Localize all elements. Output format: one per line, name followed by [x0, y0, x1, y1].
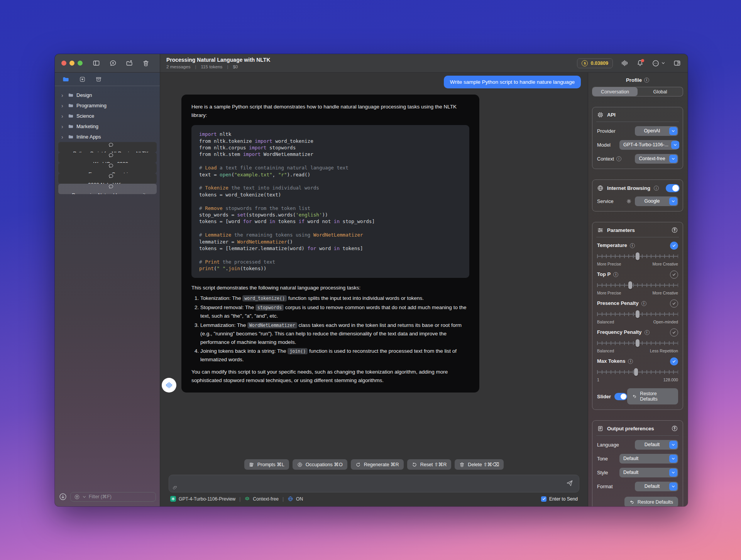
max-tokens-slider[interactable]: [597, 368, 678, 376]
slider-thumb[interactable]: [628, 281, 632, 289]
notifications-bell-icon[interactable]: [636, 59, 644, 67]
info-icon[interactable]: [630, 243, 635, 248]
param-label: Max Tokens: [597, 358, 625, 365]
info-icon[interactable]: [654, 186, 659, 191]
top-p-enabled-check-icon[interactable]: [670, 271, 678, 279]
cost-badge[interactable]: 0.03809: [577, 58, 613, 68]
voice-waveform-icon[interactable]: [621, 59, 628, 67]
share-up-icon[interactable]: [671, 227, 678, 233]
top-p-slider[interactable]: [597, 281, 678, 289]
restore-defaults-button[interactable]: Restore Defaults: [624, 497, 678, 506]
sidebar-folder-marketing[interactable]: Marketing: [58, 121, 157, 132]
button-label: Delete ⇧⌘⌫: [468, 462, 499, 467]
browsing-indicator[interactable]: ON: [288, 496, 303, 502]
tab-conversation[interactable]: Conversation: [592, 87, 638, 96]
output-rows: LanguageDefaultToneDefaultStyleDefaultFo…: [597, 440, 678, 491]
more-options-button[interactable]: [652, 59, 665, 67]
sidebar-folder-design[interactable]: Design: [58, 90, 157, 100]
sidebar-folder-science[interactable]: Science: [58, 111, 157, 121]
enter-to-send-checkbox[interactable]: [541, 496, 546, 502]
slider-thumb[interactable]: [636, 252, 639, 260]
info-icon[interactable]: [628, 359, 633, 364]
context-mode: Context-free: [253, 496, 279, 502]
send-icon[interactable]: [566, 479, 574, 487]
folder-label: Inline Apps: [76, 134, 101, 140]
button-label: Regenerate ⌘R: [364, 462, 399, 467]
filter-input[interactable]: Filter (⌘F): [70, 492, 156, 502]
slider-thumb[interactable]: [634, 368, 638, 376]
row-label: Provider: [597, 128, 616, 134]
trash-button[interactable]: Delete ⇧⌘⌫: [455, 459, 504, 470]
slider-toggle[interactable]: [614, 393, 627, 400]
frequency-penalty-enabled-check-icon[interactable]: [670, 328, 678, 337]
folder-icon: [68, 134, 74, 140]
temperature-enabled-check-icon[interactable]: [670, 242, 678, 250]
tone-dropdown[interactable]: Default: [619, 454, 678, 464]
slider-max-label: 128.000: [663, 377, 678, 382]
temperature-slider[interactable]: [597, 252, 678, 260]
zoom-window-button[interactable]: [78, 61, 83, 66]
info-icon[interactable]: [644, 78, 649, 83]
info-icon[interactable]: [645, 330, 650, 335]
model-indicator[interactable]: GPT-4-Turbo-1106-Preview: [170, 496, 235, 502]
language-dropdown[interactable]: Default: [635, 440, 678, 450]
chat-bubble-icon: [108, 163, 114, 169]
max-tokens-enabled-check-icon[interactable]: [670, 357, 678, 365]
info-icon[interactable]: [616, 156, 621, 161]
delete-chat-icon[interactable]: [142, 60, 149, 67]
attachment-paperclip-icon[interactable]: [173, 485, 178, 490]
internet-browsing-toggle[interactable]: [666, 184, 680, 192]
folder-icon: [68, 92, 74, 98]
presence-penalty-slider[interactable]: [597, 310, 678, 318]
prompts-button[interactable]: Prompts ⌘L: [244, 459, 289, 470]
sidebar-folder-inline-apps[interactable]: Inline Apps: [58, 132, 157, 142]
reset-button[interactable]: Reset ⇧⌘R: [407, 459, 452, 470]
output-row-language: LanguageDefault: [597, 440, 678, 450]
share-up-icon[interactable]: [671, 425, 678, 432]
sidebar-chat-processing-natural-language-wit[interactable]: Processing Natural Language wit...: [58, 184, 157, 194]
slider-thumb[interactable]: [636, 310, 639, 318]
restore-defaults-button[interactable]: Restore Defaults: [627, 388, 678, 404]
sidebar-chat-python-script-for-nlp-using-nltk[interactable]: Python Script for NLP using NLTK: [58, 142, 157, 152]
model-dropdown[interactable]: GPT-4-Turbo-1106-...: [619, 140, 678, 150]
archive-tab-icon[interactable]: [95, 76, 102, 83]
user-message[interactable]: Write sample Python script to handle nat…: [444, 76, 581, 88]
gear-icon[interactable]: [626, 198, 632, 204]
info-icon[interactable]: [641, 301, 646, 306]
toggle-sidebar-icon[interactable]: [93, 59, 100, 67]
assistant-avatar: [162, 378, 176, 393]
provider-dropdown[interactable]: OpenAI: [635, 126, 678, 136]
sidebar-folder-programming[interactable]: Programming: [58, 100, 157, 111]
context-dropdown[interactable]: Context-free: [635, 154, 678, 164]
chevron-down-icon: [669, 441, 677, 449]
close-window-button[interactable]: [61, 61, 66, 66]
context-indicator[interactable]: Context-free: [244, 496, 279, 502]
code-block[interactable]: import nltk from nltk.tokenize import wo…: [191, 125, 469, 278]
message-input[interactable]: [169, 475, 579, 492]
sidebar-chat-european-countries[interactable]: European Countries: [58, 163, 157, 173]
chat-label: Processing Natural Language wit...: [72, 192, 150, 194]
person-button[interactable]: Occupations ⌘O: [293, 459, 347, 470]
service-dropdown[interactable]: Google: [635, 196, 678, 206]
chevron-down-icon: [669, 482, 677, 491]
sidebar-chat-2023-nobel-winners[interactable]: 2023 Nobel Winners: [58, 173, 157, 184]
format-dropdown[interactable]: Default: [635, 482, 678, 491]
presence-penalty-enabled-check-icon[interactable]: [670, 299, 678, 308]
style-dropdown[interactable]: Default: [619, 468, 678, 477]
favorites-tab-icon[interactable]: [79, 76, 86, 83]
info-icon[interactable]: [613, 272, 618, 277]
toggle-right-panel-icon[interactable]: [673, 59, 681, 67]
folders-tab-icon[interactable]: [62, 76, 69, 83]
new-chat-icon[interactable]: [109, 59, 117, 67]
chevron-right-icon: [61, 113, 65, 119]
regen-button[interactable]: Regenerate ⌘R: [351, 459, 404, 470]
scroll-down-icon[interactable]: [59, 492, 67, 501]
sidebar-chat-worldcup-2022[interactable]: WorldCup 2022: [58, 152, 157, 163]
slider-thumb[interactable]: [636, 339, 639, 347]
frequency-penalty-slider[interactable]: [597, 339, 678, 347]
new-folder-icon[interactable]: [126, 59, 133, 67]
tab-global[interactable]: Global: [638, 87, 683, 96]
assistant-message[interactable]: Here is a sample Python script that demo…: [181, 95, 479, 393]
chevron-down-icon: [669, 127, 677, 135]
minimize-window-button[interactable]: [69, 61, 74, 66]
